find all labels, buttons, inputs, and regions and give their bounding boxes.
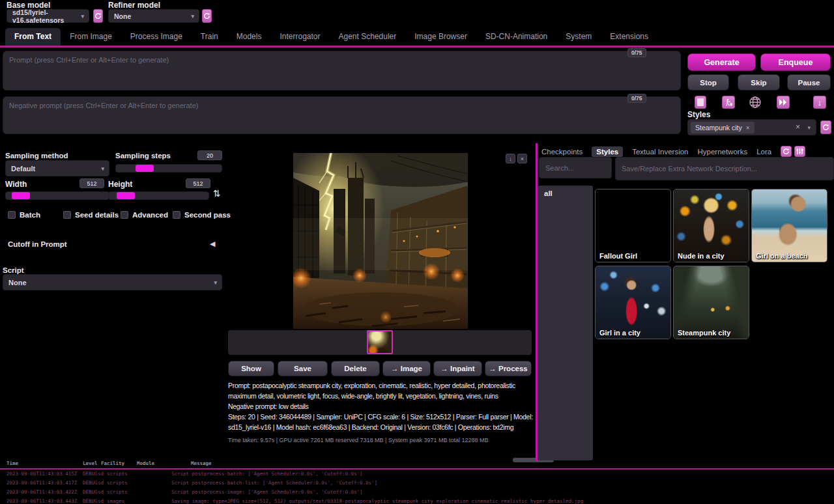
log-cell: DEBUG [83,489,98,495]
refiner-model-refresh-button[interactable] [202,9,212,23]
networks-tab-textual-inversion[interactable]: Textual Inversion [632,148,688,156]
tab-system[interactable]: System [556,28,601,46]
refresh-icon [822,124,829,131]
save-button[interactable]: Save [278,361,328,376]
style-card-girl-in-a-city[interactable]: Girl in a city [595,266,671,339]
sampling-steps-label: Sampling steps [115,152,171,160]
card-label: Nude in a city [678,252,725,260]
networks-tab-styles[interactable]: Styles [592,147,623,157]
delete-button[interactable]: Delete [331,361,380,376]
save-style-button[interactable]: ↓ [813,96,826,109]
networks-folder-all[interactable]: all [538,186,593,201]
tab-from-image[interactable]: From Image [61,28,121,46]
log-header-facility: Facility [101,460,124,466]
networks-tab-checkpoints[interactable]: Checkpoints [541,148,582,156]
send-to-image-button[interactable]: → Image [382,361,431,376]
seed-details-checkbox[interactable]: Seed details [63,211,119,219]
networks-tab-hypernetworks[interactable]: Hypernetworks [697,148,747,156]
batch-checkbox[interactable]: Batch [8,211,40,219]
sampling-method-label: Sampling method [5,152,68,160]
base-model-select[interactable]: sd15/lyriel-v16.safetensors ▾ [7,9,89,23]
networks-refresh-button[interactable] [781,146,792,157]
style-card-nude-in-a-city[interactable]: Nude in a city [673,189,749,262]
image-download-button[interactable]: ↓ [506,154,515,163]
log-cell: sd [98,471,104,477]
width-value[interactable]: 512 [79,178,104,188]
clipboard-icon [697,98,704,106]
networks-description-input[interactable] [615,157,834,180]
refresh-icon [783,148,790,155]
slider-handle[interactable] [136,165,154,172]
chevron-down-icon: ▾ [101,165,104,171]
card-preview-image [674,189,749,262]
generation-info-params: Steps: 20 | Seed: 346044489 | Sampler: U… [228,412,533,432]
networks-tab-lora[interactable]: Lora [756,148,771,156]
gallery-thumbnail-selected[interactable] [367,330,393,354]
styles-clear-icon[interactable]: × [796,122,800,132]
log-header-message: Message [191,460,212,466]
refiner-model-select[interactable]: None ▾ [108,9,199,23]
tab-interrogator[interactable]: Interrogator [270,28,329,46]
swap-dimensions-icon[interactable]: ⇅ [213,188,221,199]
style-tag-remove-icon[interactable]: × [746,124,750,132]
styles-multiselect[interactable]: Steampunk city × × ▾ [687,119,816,135]
advanced-checkbox[interactable]: Advanced [121,211,168,219]
log-header-level: Level [83,460,98,466]
send-to-inpaint-button[interactable]: → Inpaint [433,361,482,376]
height-label: Height [108,180,132,189]
style-card-fallout-girl[interactable]: Fallout Girl [595,189,671,262]
pause-button[interactable]: Pause [787,74,831,91]
chevron-down-icon[interactable]: ▾ [807,124,811,131]
enqueue-button[interactable]: Enqueue [760,53,831,71]
negative-prompt-input[interactable] [3,96,681,134]
chevron-down-icon: ▾ [81,12,84,19]
base-model-refresh-button[interactable] [93,9,103,23]
tab-agent-scheduler[interactable]: Agent Scheduler [330,28,406,46]
tab-image-browser[interactable]: Image Browser [405,28,476,46]
tab-process-image[interactable]: Process Image [121,28,192,46]
slider-handle[interactable] [12,192,30,199]
cutoff-accordion[interactable]: Cutoff in Prompt [8,240,67,248]
log-cell: sd [98,489,104,495]
show-button[interactable]: Show [228,361,274,376]
prompt-input[interactable] [3,51,681,91]
clear-prompt-button[interactable] [722,96,735,109]
log-cell: Script postprocess-batch: ['Agent Schedu… [171,471,363,477]
image-close-button[interactable]: × [517,154,527,163]
apply-style-button[interactable] [777,96,790,109]
generated-image[interactable] [293,153,468,329]
download-icon: ↓ [509,156,512,162]
send-to-process-button[interactable]: → Process [485,361,532,376]
height-slider[interactable] [108,191,209,200]
networks-toggle-button[interactable] [748,95,762,109]
styles-refresh-button[interactable] [820,120,831,134]
accordion-collapse-icon[interactable]: ◀ [210,240,215,248]
tab-train[interactable]: Train [192,28,227,46]
tab-extensions[interactable]: Extensions [601,28,657,46]
style-card-girl-on-a-beach[interactable]: Girl on a beach [751,189,827,262]
card-label: Steampunk city [678,329,730,337]
sampling-steps-slider[interactable] [115,164,222,173]
height-value[interactable]: 512 [186,178,210,188]
log-cell: scripts [107,489,128,495]
paste-params-button[interactable] [695,96,706,109]
second-pass-checkbox[interactable]: Second pass [173,211,231,219]
sampling-method-select[interactable]: Default ▾ [5,160,109,176]
networks-settings-button[interactable] [794,146,805,157]
style-tag-label: Steampunk city [695,124,742,132]
log-cell: 2023-09-06T11:43:03.417Z [7,480,77,486]
stop-button[interactable]: Stop [687,74,729,91]
script-select[interactable]: None ▾ [3,274,222,290]
log-cell: Script postprocess-batch-list: ['Agent S… [171,480,377,486]
sampling-steps-value[interactable]: 20 [197,150,222,160]
width-slider[interactable] [5,191,109,200]
generate-button[interactable]: Generate [687,53,756,71]
networks-tab-bar: Checkpoints Styles Textual Inversion Hyp… [541,146,805,157]
tab-models[interactable]: Models [227,28,271,46]
skip-button[interactable]: Skip [738,74,780,91]
tab-sd-cn-animation[interactable]: SD-CN-Animation [476,28,556,46]
networks-search-input[interactable] [539,157,612,178]
slider-handle[interactable] [117,192,135,199]
tab-from-text[interactable]: From Text [5,28,61,46]
style-card-steampunk-city[interactable]: Steampunk city [673,266,749,339]
